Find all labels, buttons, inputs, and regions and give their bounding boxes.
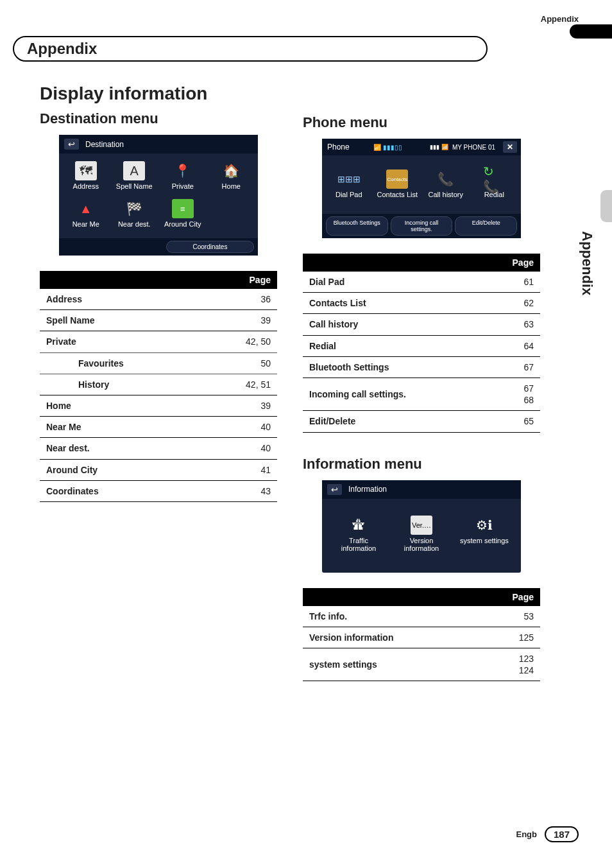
- traffic-icon: 🛣: [348, 516, 370, 535]
- right-column: Phone menu Phone 📶 ▮▮▮▯▯ ▮▮▮ 📶 MY PHONE …: [303, 83, 540, 681]
- header-black-tab: [570, 24, 612, 39]
- table-row: Near Me40: [40, 417, 277, 438]
- destination-bottom: Coordinates: [59, 238, 258, 256]
- phone-grid: ⊞⊞⊞Dial Pad ContactsContacts List 📞Call …: [322, 155, 521, 214]
- side-section-label: Appendix: [579, 231, 595, 295]
- left-column: Display information Destination menu ↩ D…: [40, 83, 277, 681]
- callhistory-icon: 📞: [435, 169, 457, 189]
- info-item-system: ⚙ℹsystem settings: [453, 513, 516, 559]
- phone-item-contacts: ContactsContacts List: [373, 167, 422, 205]
- table-row: system settings123 124: [303, 648, 540, 681]
- info-heading: Information menu: [303, 456, 540, 473]
- info-grid: 🛣Traffic information Ver.…Version inform…: [322, 499, 521, 573]
- destination-topbar: ↩ Destination: [59, 135, 258, 153]
- phone-item-callhistory: 📞Call history: [421, 167, 470, 205]
- phone-item-redial: ↻📞Redial: [470, 167, 519, 205]
- destination-screen-title: Destination: [85, 140, 124, 149]
- destination-table: Page Address36 Spell Name39 Private42, 5…: [40, 271, 277, 502]
- phone-table: Page Dial Pad61 Contacts List62 Call his…: [303, 254, 540, 433]
- spellname-icon: A: [123, 161, 145, 180]
- table-row: Favourites50: [40, 352, 277, 374]
- redial-icon: ↻📞: [483, 169, 505, 189]
- table-row: Private42, 50: [40, 331, 277, 352]
- destination-heading: Destination menu: [40, 110, 277, 127]
- dest-item-private: 📍Private: [158, 159, 207, 196]
- main-content: Display information Destination menu ↩ D…: [40, 83, 540, 681]
- aroundcity-icon: ≡: [172, 199, 194, 218]
- address-icon: 🗺: [75, 161, 97, 180]
- nearme-icon: ▲: [75, 199, 97, 218]
- dest-item-spellname: ASpell Name: [110, 159, 159, 196]
- phone-topbar: Phone 📶 ▮▮▮▯▯ ▮▮▮ 📶 MY PHONE 01 ✕: [322, 139, 521, 155]
- table-row: History42, 51: [40, 374, 277, 395]
- table-row: Address36: [40, 289, 277, 310]
- table-header-page: Page: [478, 588, 540, 606]
- info-topbar: ↩ Information: [322, 480, 521, 499]
- info-table: Page Trfc info.53 Version information125…: [303, 588, 540, 682]
- settings-icon: ⚙ℹ: [473, 516, 495, 535]
- dest-item-nearme: ▲Near Me: [62, 196, 110, 234]
- edit-delete-button: Edit/Delete: [455, 216, 517, 236]
- table-row: Home39: [40, 395, 277, 416]
- dest-item-home: 🏠Home: [207, 159, 256, 196]
- table-row: Trfc info.53: [303, 606, 540, 627]
- footer: Engb 187: [516, 826, 579, 842]
- table-row: Edit/Delete65: [303, 411, 540, 432]
- contacts-icon: Contacts: [386, 169, 408, 189]
- version-icon: Ver.…: [411, 516, 432, 535]
- signal-icon: 📶 ▮▮▮▯▯: [373, 144, 402, 151]
- table-row: Contacts List62: [303, 293, 540, 314]
- info-screenshot: ↩ Information 🛣Traffic information Ver.……: [322, 480, 521, 573]
- destination-grid: 🗺Address ASpell Name 📍Private 🏠Home ▲Nea…: [59, 153, 258, 238]
- info-screen-title: Information: [348, 485, 387, 494]
- phone-screenshot: Phone 📶 ▮▮▮▯▯ ▮▮▮ 📶 MY PHONE 01 ✕ ⊞⊞⊞Dia…: [322, 139, 521, 238]
- page-title: Display information: [40, 83, 277, 104]
- destination-screenshot: ↩ Destination 🗺Address ASpell Name 📍Priv…: [59, 135, 258, 256]
- private-icon: 📍: [172, 161, 194, 180]
- footer-page-number: 187: [545, 826, 579, 842]
- table-row: Spell Name39: [40, 310, 277, 331]
- table-header-blank: [303, 588, 478, 606]
- table-row: Call history63: [303, 314, 540, 335]
- table-header-blank: [40, 271, 207, 289]
- dialpad-icon: ⊞⊞⊞: [338, 169, 360, 189]
- phone-heading: Phone menu: [303, 114, 540, 131]
- neardest-icon: 🏁: [123, 199, 145, 218]
- chapter-title: Appendix: [13, 36, 488, 62]
- info-item-version: Ver.…Version information: [390, 513, 453, 559]
- table-row: Incoming call settings.67 68: [303, 378, 540, 410]
- side-tab-marker: [600, 190, 612, 222]
- phone-item-dialpad: ⊞⊞⊞Dial Pad: [325, 167, 373, 205]
- table-row: Redial64: [303, 335, 540, 356]
- table-row: Near dest.40: [40, 438, 277, 459]
- coordinates-button: Coordinates: [166, 241, 254, 253]
- back-icon: ↩: [327, 484, 342, 495]
- dest-item-aroundcity: ≡Around City: [158, 196, 207, 234]
- phone-bottom: Bluetooth Settings Incoming call setting…: [322, 214, 521, 238]
- close-icon: ✕: [503, 141, 517, 153]
- battery-icon: ▮▮▮ 📶: [430, 144, 448, 150]
- phone-screen-title: Phone: [327, 143, 350, 152]
- info-item-traffic: 🛣Traffic information: [327, 513, 390, 559]
- phone-device-name: MY PHONE 01: [452, 144, 495, 151]
- table-row: Version information125: [303, 627, 540, 648]
- incoming-call-settings-button: Incoming call settings.: [391, 216, 453, 236]
- home-icon: 🏠: [220, 161, 242, 180]
- table-row: Bluetooth Settings67: [303, 356, 540, 378]
- table-row: Around City41: [40, 459, 277, 480]
- dest-item-address: 🗺Address: [62, 159, 110, 196]
- table-header-blank: [303, 254, 484, 272]
- phone-status: 📶 ▮▮▮▯▯ ▮▮▮ 📶 MY PHONE 01: [373, 144, 495, 151]
- table-row: Coordinates43: [40, 480, 277, 501]
- header-section: Appendix: [541, 14, 579, 24]
- back-icon: ↩: [64, 139, 79, 150]
- bluetooth-settings-button: Bluetooth Settings: [326, 216, 388, 236]
- footer-lang: Engb: [516, 829, 537, 839]
- table-header-page: Page: [484, 254, 540, 272]
- table-header-page: Page: [207, 271, 277, 289]
- dest-item-neardest: 🏁Near dest.: [110, 196, 159, 234]
- table-row: Dial Pad61: [303, 272, 540, 293]
